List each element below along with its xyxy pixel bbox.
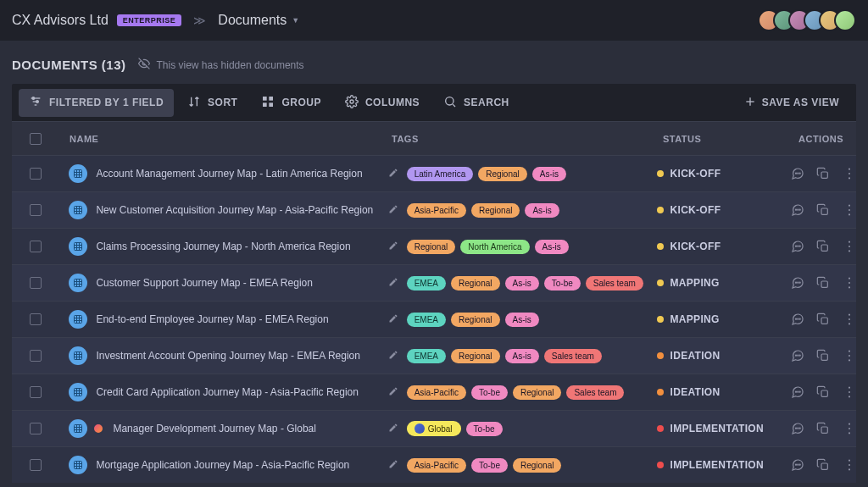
tag[interactable]: As-is — [525, 203, 559, 218]
status-cell[interactable]: IMPLEMENTATION — [657, 423, 784, 434]
edit-tags-icon[interactable] — [388, 350, 398, 362]
tag[interactable]: As-is — [505, 276, 539, 291]
org-name[interactable]: CX Advisors Ltd — [12, 13, 108, 28]
document-name[interactable]: New Customer Acquisition Journey Map - A… — [96, 204, 373, 216]
edit-tags-icon[interactable] — [388, 241, 398, 253]
user-avatars[interactable] — [765, 9, 856, 31]
tag[interactable]: As-is — [505, 349, 539, 363]
edit-tags-icon[interactable] — [388, 423, 398, 435]
tag[interactable]: North America — [460, 240, 529, 254]
copy-button[interactable] — [816, 203, 830, 217]
copy-button[interactable] — [816, 385, 830, 399]
more-actions-button[interactable]: ⋯ — [843, 240, 856, 254]
document-name[interactable]: Manager Development Journey Map - Global — [113, 423, 315, 434]
tag[interactable]: Asia-Pacific — [407, 203, 466, 218]
tag[interactable]: Sales team — [566, 385, 624, 400]
status-cell[interactable]: MAPPING — [657, 277, 784, 289]
tag[interactable]: Regional — [513, 458, 561, 473]
tag[interactable]: EMEA — [407, 276, 446, 291]
table-row[interactable]: Credit Card Application Journey Map - As… — [12, 374, 856, 410]
more-actions-button[interactable]: ⋯ — [843, 203, 856, 218]
tag[interactable]: Global — [407, 421, 461, 436]
hidden-documents-notice[interactable]: This view has hidden documents — [138, 58, 304, 72]
status-cell[interactable]: KICK-OFF — [657, 204, 784, 216]
select-all-checkbox[interactable] — [30, 133, 42, 145]
copy-button[interactable] — [816, 313, 830, 326]
copy-button[interactable] — [816, 240, 830, 253]
table-row[interactable]: Claims Processing Journey Map - North Am… — [12, 228, 856, 264]
row-checkbox[interactable] — [30, 386, 42, 398]
tag[interactable]: Regional — [451, 276, 499, 291]
row-checkbox[interactable] — [30, 241, 42, 252]
row-checkbox[interactable] — [30, 168, 42, 180]
copy-button[interactable] — [816, 349, 830, 362]
column-header-name[interactable]: NAME — [59, 134, 385, 144]
status-cell[interactable]: KICK-OFF — [657, 241, 784, 252]
tag[interactable]: Regional — [407, 240, 455, 254]
comments-button[interactable] — [791, 458, 804, 472]
row-checkbox[interactable] — [30, 277, 42, 289]
columns-button[interactable]: COLUMNS — [335, 89, 430, 117]
document-name[interactable]: Customer Support Journey Map - EMEA Regi… — [96, 277, 312, 289]
tag[interactable]: Sales team — [544, 349, 602, 363]
row-checkbox[interactable] — [30, 423, 42, 434]
table-row[interactable]: Manager Development Journey Map - Global… — [12, 410, 856, 446]
document-name[interactable]: Mortgage Application Journey Map - Asia-… — [96, 459, 349, 471]
tag[interactable]: As-is — [535, 240, 569, 254]
status-cell[interactable]: KICK-OFF — [657, 168, 784, 180]
edit-tags-icon[interactable] — [388, 459, 398, 472]
more-actions-button[interactable]: ⋯ — [843, 349, 856, 363]
tag[interactable]: Asia-Pacific — [407, 385, 466, 400]
copy-button[interactable] — [816, 422, 830, 435]
table-row[interactable]: New Customer Acquisition Journey Map - A… — [12, 191, 856, 228]
tag[interactable]: To-be — [471, 385, 508, 400]
tag[interactable]: Regional — [513, 385, 561, 400]
tag[interactable]: Latin America — [407, 167, 474, 181]
comments-button[interactable] — [791, 385, 804, 399]
more-actions-button[interactable]: ⋯ — [843, 167, 856, 181]
tag[interactable]: Sales team — [586, 276, 643, 291]
table-row[interactable]: End-to-end Employee Journey Map - EMEA R… — [12, 301, 856, 337]
tag[interactable]: EMEA — [407, 313, 446, 327]
row-checkbox[interactable] — [30, 350, 42, 362]
crumb-documents[interactable]: Documents ▼ — [218, 13, 299, 28]
tag[interactable]: As-is — [532, 167, 566, 181]
copy-button[interactable] — [816, 167, 830, 180]
tag[interactable]: Asia-Pacific — [407, 458, 466, 473]
document-name[interactable]: Claims Processing Journey Map - North Am… — [96, 241, 350, 252]
edit-tags-icon[interactable] — [388, 168, 398, 180]
edit-tags-icon[interactable] — [388, 313, 398, 326]
table-row[interactable]: Mortgage Application Journey Map - Asia-… — [12, 446, 856, 483]
edit-tags-icon[interactable] — [388, 204, 398, 217]
copy-button[interactable] — [816, 458, 830, 472]
edit-tags-icon[interactable] — [388, 386, 398, 399]
tag[interactable]: Regional — [478, 167, 526, 181]
avatar[interactable] — [834, 9, 856, 31]
status-cell[interactable]: IDEATION — [657, 350, 784, 362]
table-row[interactable]: Customer Support Journey Map - EMEA Regi… — [12, 264, 856, 301]
comments-button[interactable] — [791, 240, 804, 253]
comments-button[interactable] — [791, 313, 804, 326]
save-view-button[interactable]: SAVE AS VIEW — [733, 89, 849, 117]
document-name[interactable]: End-to-end Employee Journey Map - EMEA R… — [96, 313, 328, 325]
row-checkbox[interactable] — [30, 313, 42, 325]
group-button[interactable]: GROUP — [251, 89, 331, 117]
document-name[interactable]: Credit Card Application Journey Map - As… — [96, 386, 358, 398]
comments-button[interactable] — [791, 167, 804, 180]
sort-button[interactable]: SORT — [177, 89, 248, 117]
document-name[interactable]: Account Management Journey Map - Latin A… — [96, 168, 362, 180]
tag[interactable]: Regional — [451, 349, 499, 363]
comments-button[interactable] — [791, 276, 804, 290]
status-cell[interactable]: IMPLEMENTATION — [657, 459, 784, 471]
more-actions-button[interactable]: ⋯ — [843, 385, 856, 400]
row-checkbox[interactable] — [30, 459, 42, 471]
more-actions-button[interactable]: ⋯ — [843, 276, 856, 291]
document-name[interactable]: Investment Account Opening Journey Map -… — [96, 350, 360, 362]
column-header-status[interactable]: STATUS — [656, 134, 792, 144]
row-checkbox[interactable] — [30, 204, 42, 216]
more-actions-button[interactable]: ⋯ — [843, 313, 856, 327]
tag[interactable]: Regional — [471, 203, 520, 218]
table-row[interactable]: Investment Account Opening Journey Map -… — [12, 337, 856, 374]
copy-button[interactable] — [816, 276, 830, 290]
tag[interactable]: To-be — [544, 276, 581, 291]
